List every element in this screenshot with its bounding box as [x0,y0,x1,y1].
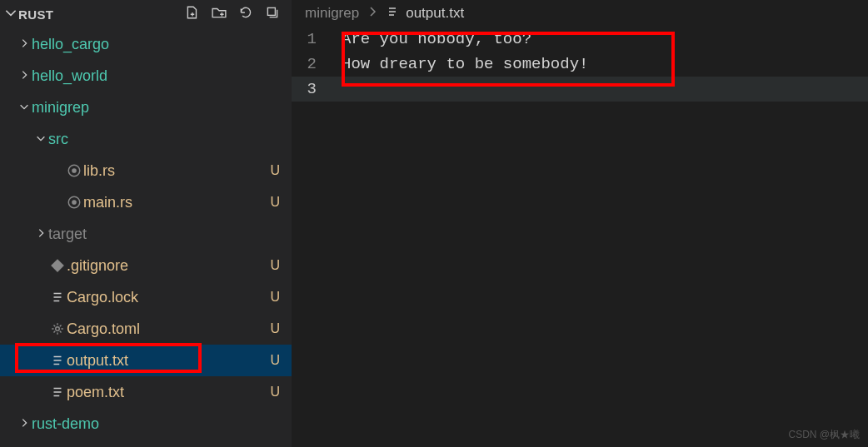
tree-item-label: rust-demo [32,415,265,433]
file-icon [48,385,67,400]
tree-item-poem-txt[interactable]: poem.txtU [0,376,292,408]
file-icon [48,290,67,305]
gitignore-icon [48,258,67,273]
new-file-icon[interactable] [185,5,200,24]
sidebar-actions [185,5,285,24]
sidebar-title: RUST [18,7,185,22]
tree-item-label: minigrep [32,99,265,117]
tree-item-label: output.txt [67,352,265,370]
tree-item-hello_cargo[interactable]: hello_cargo [0,28,292,60]
breadcrumb-folder[interactable]: minigrep [305,5,359,22]
git-status: U [265,353,280,368]
tree-item-label: hello_cargo [32,36,265,53]
svg-point-4 [72,200,77,205]
code-area[interactable]: 1Are you nobody, too?2How dreary to be s… [292,27,868,447]
svg-point-2 [72,168,77,173]
line-number: 2 [292,52,342,77]
tree-item-src[interactable]: src [0,123,292,155]
git-status: U [265,195,280,210]
editor-pane: minigrep output.txt 1Are you nobody, too… [292,0,868,447]
line-text: Are you nobody, too? [342,27,531,52]
refresh-icon[interactable] [238,5,253,24]
tree-item-label: Cargo.toml [67,320,265,338]
tree-item-target[interactable]: target [0,218,292,250]
git-status: U [265,290,280,305]
file-icon [386,5,399,22]
tree-item-label: src [48,131,265,148]
git-status: U [265,163,280,178]
rust-icon [65,163,83,178]
git-status: U [265,258,280,273]
tree-item-main-rs[interactable]: main.rsU [0,186,292,218]
breadcrumb-file[interactable]: output.txt [406,5,464,22]
tree-item-label: .gitignore [67,257,265,275]
watermark: CSDN @枫★曦 [788,428,860,442]
line-text: How dreary to be somebody! [342,52,588,77]
svg-point-5 [56,327,60,331]
tree-item-label: hello_world [32,67,265,85]
file-icon [48,353,67,368]
tree-item-label: poem.txt [67,384,265,401]
tree-item-label: main.rs [83,194,265,211]
tree-item-label: target [48,226,265,243]
gear-icon [48,321,67,336]
collapse-all-icon[interactable] [265,5,280,24]
file-tree: hello_cargohello_worldminigrepsrclib.rsU… [0,28,292,447]
code-line[interactable]: 3 [292,77,868,102]
tree-item-lib-rs[interactable]: lib.rsU [0,155,292,186]
chevron-right-icon [17,69,32,83]
tree-item-label: lib.rs [83,162,265,180]
line-number: 1 [292,27,342,52]
svg-rect-0 [267,7,275,15]
chevron-down-icon [33,132,48,147]
tree-item--gitignore[interactable]: .gitignoreU [0,250,292,281]
file-explorer-sidebar: RUST hello_cargohello_worldminigrepsrcli… [0,0,292,447]
git-status: U [265,385,280,400]
new-folder-icon[interactable] [212,5,227,24]
chevron-right-icon [17,37,32,52]
chevron-right-icon [17,417,32,431]
chevron-down-icon [17,101,32,115]
tree-item-label: Cargo.lock [67,289,265,306]
sidebar-header[interactable]: RUST [0,0,292,28]
code-line[interactable]: 1Are you nobody, too? [292,27,868,52]
tree-item-Cargo-toml[interactable]: Cargo.tomlU [0,313,292,345]
git-status: U [265,321,280,336]
chevron-down-icon [3,5,18,24]
code-line[interactable]: 2How dreary to be somebody! [292,52,868,77]
tree-item-hello_world[interactable]: hello_world [0,60,292,92]
breadcrumb[interactable]: minigrep output.txt [292,0,868,27]
line-number: 3 [292,77,342,102]
tree-item-output-txt[interactable]: output.txtU [0,345,292,376]
tree-item-minigrep[interactable]: minigrep [0,92,292,123]
chevron-right-icon [366,5,379,22]
chevron-right-icon [33,227,48,241]
tree-item-rust-demo[interactable]: rust-demo [0,408,292,440]
tree-item-Cargo-lock[interactable]: Cargo.lockU [0,281,292,313]
rust-icon [65,195,83,210]
